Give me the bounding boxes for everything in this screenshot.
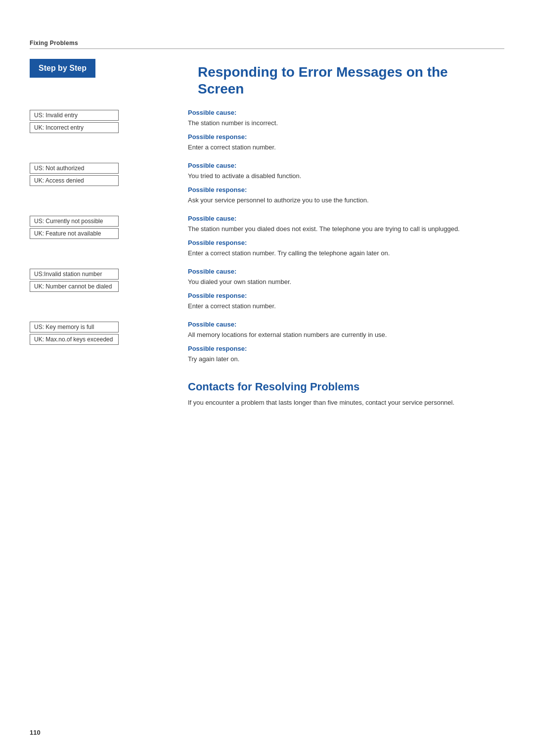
entry-3-right: Possible cause: The station number you d… xyxy=(188,215,504,260)
entry-2-response-text: Ask your service personnel to authorize … xyxy=(188,195,504,205)
entry-5-cause-text: All memory locations for external statio… xyxy=(188,330,504,340)
entry-1-left: US: Invalid entry UK: Incorrect entry xyxy=(30,109,188,135)
error-box-5-uk: UK: Max.no.of keys exceeded xyxy=(30,334,119,345)
entry-1-right: Possible cause: The station number is in… xyxy=(188,109,504,154)
entry-5-right: Possible cause: All memory locations for… xyxy=(188,321,504,366)
content-area: Step by Step Responding to Error Message… xyxy=(30,59,504,109)
entry-1-response-label: Possible response: xyxy=(188,133,504,141)
page: Fixing Problems Step by Step Responding … xyxy=(0,0,534,756)
left-column: Step by Step xyxy=(30,59,188,78)
contacts-right: Contacts for Resolving Problems If you e… xyxy=(188,376,504,409)
entries-container: US: Invalid entry UK: Incorrect entry Po… xyxy=(30,109,504,366)
contacts-body: If you encounter a problem that lasts lo… xyxy=(188,398,504,408)
entry-4-left: US:Invalid station number UK: Number can… xyxy=(30,268,188,293)
page-number: 110 xyxy=(30,729,41,736)
section-header: Fixing Problems xyxy=(30,40,504,47)
entry-4-response-label: Possible response: xyxy=(188,292,504,299)
entry-2-right: Possible cause: You tried to activate a … xyxy=(188,162,504,207)
entry-3-left: US: Currently not possible UK: Feature n… xyxy=(30,215,188,240)
entry-2: US: Not authorized UK: Access denied Pos… xyxy=(30,162,504,207)
error-box-5-us: US: Key memory is full xyxy=(30,322,119,332)
entry-3-response-label: Possible response: xyxy=(188,239,504,246)
entry-2-left: US: Not authorized UK: Access denied xyxy=(30,162,188,188)
entry-3: US: Currently not possible UK: Feature n… xyxy=(30,215,504,260)
error-box-1-uk: UK: Incorrect entry xyxy=(30,122,119,133)
entry-5-response-text: Try again later on. xyxy=(188,354,504,364)
entry-4-response-text: Enter a correct station number. xyxy=(188,301,504,311)
entry-2-cause-text: You tried to activate a disabled functio… xyxy=(188,171,504,181)
error-box-2-uk: UK: Access denied xyxy=(30,175,119,186)
entry-1-cause-text: The station number is incorrect. xyxy=(188,118,504,128)
entry-3-cause-text: The station number you dialed does not e… xyxy=(188,224,504,234)
right-column: Responding to Error Messages on the Scre… xyxy=(188,59,504,109)
header-divider xyxy=(30,48,504,49)
entry-4-right: Possible cause: You dialed your own stat… xyxy=(188,268,504,313)
error-box-4-us: US:Invalid station number xyxy=(30,269,119,280)
error-box-3-uk: UK: Feature not available xyxy=(30,228,119,239)
main-title-line1: Responding to Error Messages on the xyxy=(198,64,448,80)
error-box-3-us: US: Currently not possible xyxy=(30,216,119,227)
entry-2-cause-label: Possible cause: xyxy=(188,162,504,169)
entry-4-cause-text: You dialed your own station number. xyxy=(188,277,504,287)
entry-1: US: Invalid entry UK: Incorrect entry Po… xyxy=(30,109,504,154)
entry-5-cause-label: Possible cause: xyxy=(188,321,504,328)
entry-3-cause-label: Possible cause: xyxy=(188,215,504,222)
entry-4: US:Invalid station number UK: Number can… xyxy=(30,268,504,313)
contacts-title: Contacts for Resolving Problems xyxy=(188,380,504,393)
error-box-1-us: US: Invalid entry xyxy=(30,110,119,121)
entry-3-response-text: Enter a correct station number. Try call… xyxy=(188,248,504,258)
error-box-2-us: US: Not authorized xyxy=(30,163,119,174)
entry-1-cause-label: Possible cause: xyxy=(188,109,504,116)
main-title: Responding to Error Messages on the Scre… xyxy=(198,64,504,97)
entry-1-response-text: Enter a correct station number. xyxy=(188,142,504,152)
entry-4-cause-label: Possible cause: xyxy=(188,268,504,275)
main-title-line2: Screen xyxy=(198,81,244,96)
error-box-4-uk: UK: Number cannot be dialed xyxy=(30,281,119,292)
entry-5: US: Key memory is full UK: Max.no.of key… xyxy=(30,321,504,366)
entry-5-response-label: Possible response: xyxy=(188,345,504,352)
contacts-section: Contacts for Resolving Problems If you e… xyxy=(30,376,504,409)
step-by-step-box: Step by Step xyxy=(30,59,95,78)
entry-5-left: US: Key memory is full UK: Max.no.of key… xyxy=(30,321,188,346)
entry-2-response-label: Possible response: xyxy=(188,186,504,193)
